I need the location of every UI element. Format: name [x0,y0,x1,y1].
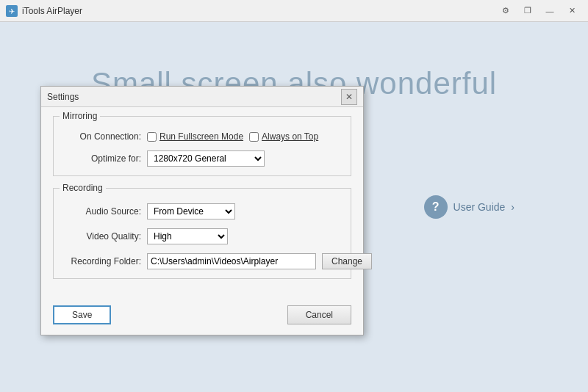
restore-window-btn[interactable]: ❐ [517,4,538,18]
dialog-footer: Save Cancel [41,300,363,335]
dialog-title: Settings [47,92,341,102]
app-icon: ✈ [6,5,18,17]
cancel-button[interactable]: Cancel [287,305,351,324]
app-title: iTools AirPlayer [22,6,495,16]
video-quality-select[interactable]: High Medium Low [147,228,228,244]
recording-folder-row: Recording Folder: Change [62,253,342,269]
recording-folder-label: Recording Folder: [62,256,147,266]
change-folder-button[interactable]: Change [322,253,372,269]
minimize-window-btn[interactable]: — [539,4,560,18]
on-connection-label: On Connection: [62,131,147,142]
fullscreen-checkbox[interactable] [147,132,157,142]
mirroring-legend: Mirroring [60,111,100,121]
always-on-top-label: Always on Top [262,131,318,142]
mirroring-section: Mirroring On Connection: Run Fullscreen … [53,116,351,176]
on-connection-controls: Run Fullscreen Mode Always on Top [147,131,342,142]
fullscreen-checkbox-wrapper[interactable]: Run Fullscreen Mode [147,131,243,142]
always-on-top-checkbox-wrapper[interactable]: Always on Top [249,131,318,142]
recording-legend: Recording [60,183,106,193]
close-window-btn[interactable]: ✕ [562,4,582,18]
fullscreen-label: Run Fullscreen Mode [159,131,243,142]
svg-text:✈: ✈ [9,7,15,15]
dialog-body: Mirroring On Connection: Run Fullscreen … [41,107,363,300]
settings-dialog: Settings ✕ Mirroring On Connection: Run … [40,86,364,335]
optimize-select[interactable]: 1280x720 General 1920x1080 HD 960x540 64… [147,150,265,167]
always-on-top-checkbox[interactable] [249,132,259,142]
recording-folder-controls: Change [147,253,372,269]
audio-source-row: Audio Source: From Device From Microphon… [62,203,342,219]
dialog-close-button[interactable]: ✕ [341,89,357,105]
dialog-overlay: Settings ✕ Mirroring On Connection: Run … [0,22,588,392]
audio-source-select[interactable]: From Device From Microphone No Audio [147,203,235,219]
window-controls: ⚙ ❐ — ✕ [495,4,582,18]
main-content: Small screen also wonderful ? User Guide… [0,22,588,392]
video-quality-label: Video Quality: [62,231,147,242]
audio-source-controls: From Device From Microphone No Audio [147,203,342,219]
optimize-row: Optimize for: 1280x720 General 1920x1080… [62,150,342,167]
optimize-controls: 1280x720 General 1920x1080 HD 960x540 64… [147,150,342,167]
dialog-titlebar: Settings ✕ [41,87,363,107]
video-quality-row: Video Quality: High Medium Low [62,228,342,244]
recording-section: Recording Audio Source: From Device From… [53,188,351,279]
titlebar: ✈ iTools AirPlayer ⚙ ❐ — ✕ [0,0,588,22]
save-button[interactable]: Save [53,305,111,324]
audio-source-label: Audio Source: [62,206,147,217]
on-connection-row: On Connection: Run Fullscreen Mode Alway… [62,131,342,142]
settings-window-btn[interactable]: ⚙ [495,4,516,18]
recording-folder-input[interactable] [147,253,316,269]
optimize-label: Optimize for: [62,153,147,164]
video-quality-controls: High Medium Low [147,228,342,244]
